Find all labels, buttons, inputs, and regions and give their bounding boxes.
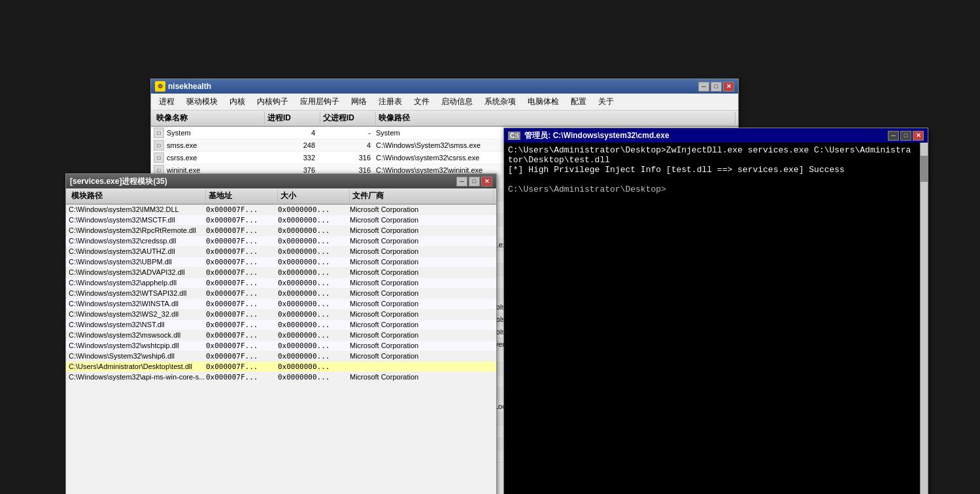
menu-checkup[interactable]: 电脑体检 bbox=[522, 95, 564, 109]
module-list[interactable]: C:\Windows\system32\IMM32.DLL 0x000007F.… bbox=[66, 205, 496, 494]
main-window-title: nisekhealth bbox=[168, 82, 211, 91]
menu-file[interactable]: 文件 bbox=[409, 95, 435, 109]
menu-registry[interactable]: 注册表 bbox=[373, 95, 407, 109]
menu-config[interactable]: 配置 bbox=[566, 95, 592, 109]
module-size: 0x0000000... bbox=[278, 373, 350, 381]
module-base: 0x000007F... bbox=[206, 310, 278, 319]
process-pid: 248 bbox=[265, 141, 320, 149]
col-header-name[interactable]: 映像名称 bbox=[154, 112, 265, 124]
module-vendor: Microsoft Corporation bbox=[350, 310, 494, 319]
module-path: C:\Windows\system32\ADVAPI32.dll bbox=[69, 268, 206, 277]
module-vendor: Microsoft Corporation bbox=[350, 342, 494, 350]
module-row[interactable]: C:\Windows\system32\api-ms-win-core-s...… bbox=[66, 372, 496, 383]
module-row[interactable]: C:\Windows\system32\WS2_32.dll 0x000007F… bbox=[66, 309, 496, 320]
module-path: C:\Windows\system32\credssp.dll bbox=[69, 237, 206, 245]
menu-kernel[interactable]: 内核 bbox=[224, 95, 250, 109]
module-base: 0x000007F... bbox=[206, 321, 278, 329]
col-header-pid[interactable]: 进程ID bbox=[265, 112, 320, 124]
module-path: C:\Windows\system32\MSCTF.dll bbox=[69, 216, 206, 224]
module-window-title: [services.exe]进程模块(35) bbox=[70, 176, 167, 187]
module-row[interactable]: C:\Windows\system32\apphelp.dll 0x000007… bbox=[66, 278, 496, 289]
menu-startup[interactable]: 启动信息 bbox=[436, 95, 478, 109]
menu-driver[interactable]: 驱动模块 bbox=[181, 95, 223, 109]
module-row[interactable]: C:\Windows\system32\credssp.dll 0x000007… bbox=[66, 236, 496, 247]
process-name: System bbox=[167, 129, 191, 137]
module-vendor bbox=[350, 362, 494, 371]
module-row[interactable]: C:\Windows\system32\WTSAPI32.dll 0x00000… bbox=[66, 289, 496, 299]
module-vendor: Microsoft Corporation bbox=[350, 216, 494, 224]
close-button[interactable]: ✕ bbox=[723, 82, 734, 92]
module-size: 0x0000000... bbox=[278, 237, 350, 245]
module-size: 0x0000000... bbox=[278, 289, 350, 298]
module-row[interactable]: C:\Users\Administrator\Desktop\test.dll … bbox=[66, 362, 496, 372]
module-vendor: Microsoft Corporation bbox=[350, 300, 494, 308]
process-name: csrss.exe bbox=[167, 154, 197, 162]
module-vendor: Microsoft Corporation bbox=[350, 247, 494, 256]
module-base: 0x000007F... bbox=[206, 362, 278, 371]
module-vendor: Microsoft Corporation bbox=[350, 279, 494, 287]
module-row[interactable]: C:\Windows\system32\AUTHZ.dll 0x000007F.… bbox=[66, 247, 496, 257]
module-row[interactable]: C:\Windows\system32\wshtcpip.dll 0x00000… bbox=[66, 341, 496, 351]
module-path: C:\Windows\system32\IMM32.DLL bbox=[69, 205, 206, 214]
cmd-close-button[interactable]: ✕ bbox=[913, 131, 924, 141]
cmd-minimize-button[interactable]: ─ bbox=[888, 131, 899, 141]
cmd-window-controls: ─ □ ✕ bbox=[888, 131, 924, 141]
module-row[interactable]: C:\Windows\system32\UBPM.dll 0x000007F..… bbox=[66, 257, 496, 268]
module-row[interactable]: C:\Windows\system32\RpcRtRemote.dll 0x00… bbox=[66, 226, 496, 236]
module-row[interactable]: C:\Windows\System32\wship6.dll 0x000007F… bbox=[66, 351, 496, 362]
module-maximize-button[interactable]: □ bbox=[469, 177, 480, 186]
process-name: smss.exe bbox=[167, 141, 197, 149]
module-row[interactable]: C:\Windows\system32\IMM32.DLL 0x000007F.… bbox=[66, 205, 496, 215]
module-row[interactable]: C:\Windows\system32\MSCTF.dll 0x000007F.… bbox=[66, 215, 496, 226]
module-path: C:\Windows\system32\RpcRtRemote.dll bbox=[69, 226, 206, 235]
process-ppid: 4 bbox=[320, 141, 376, 149]
cmd-icon: C:\ bbox=[508, 132, 520, 140]
module-vendor: Microsoft Corporation bbox=[350, 268, 494, 277]
module-row[interactable]: C:\Windows\system32\NST.dll 0x000007F...… bbox=[66, 320, 496, 330]
col-header-ppid[interactable]: 父进程ID bbox=[320, 112, 376, 124]
menu-network[interactable]: 网络 bbox=[346, 95, 372, 109]
cmd-window-title: 管理员: C:\Windows\system32\cmd.exe bbox=[524, 130, 669, 141]
module-base: 0x000007F... bbox=[206, 258, 278, 266]
menu-kernel-hook[interactable]: 内核钩子 bbox=[252, 95, 294, 109]
module-path: C:\Windows\system32\wshtcpip.dll bbox=[69, 342, 206, 350]
module-window: [services.exe]进程模块(35) ─ □ ✕ 模块路径 基地址 大小… bbox=[65, 173, 497, 494]
module-minimize-button[interactable]: ─ bbox=[456, 177, 467, 186]
menu-about[interactable]: 关于 bbox=[593, 95, 619, 109]
module-window-controls: ─ □ ✕ bbox=[456, 177, 492, 186]
process-icon: □ bbox=[154, 128, 164, 138]
module-row[interactable]: C:\Windows\system32\WINSTA.dll 0x000007F… bbox=[66, 299, 496, 309]
menu-process[interactable]: 进程 bbox=[154, 95, 180, 109]
menu-bar: 进程 驱动模块 内核 内核钩子 应用层钩子 网络 注册表 文件 启动信息 系统杂… bbox=[151, 94, 738, 111]
module-size: 0x0000000... bbox=[278, 342, 350, 350]
module-base: 0x000007F... bbox=[206, 268, 278, 277]
module-vendor: Microsoft Corporation bbox=[350, 373, 494, 381]
cmd-maximize-button[interactable]: □ bbox=[900, 131, 911, 141]
module-row[interactable]: C:\Windows\system32\ADVAPI32.dll 0x00000… bbox=[66, 268, 496, 278]
minimize-button[interactable]: ─ bbox=[698, 82, 709, 92]
module-base: 0x000007F... bbox=[206, 352, 278, 361]
menu-app-hook[interactable]: 应用层钩子 bbox=[295, 95, 345, 109]
cmd-output: C:\Users\Administrator\Desktop>ZwInjectD… bbox=[504, 143, 920, 494]
cmd-scrollbar-thumb[interactable] bbox=[921, 156, 928, 182]
cmd-titlebar[interactable]: C:\ 管理员: C:\Windows\system32\cmd.exe ─ □… bbox=[504, 128, 928, 143]
module-titlebar[interactable]: [services.exe]进程模块(35) ─ □ ✕ bbox=[66, 174, 496, 188]
menu-misc[interactable]: 系统杂项 bbox=[479, 95, 521, 109]
module-col-vendor[interactable]: 文件厂商 bbox=[350, 190, 494, 202]
main-titlebar[interactable]: ⚙ nisekhealth ─ □ ✕ bbox=[151, 79, 738, 94]
process-ppid: 316 bbox=[320, 154, 376, 162]
process-icon: □ bbox=[154, 152, 164, 163]
maximize-button[interactable]: □ bbox=[711, 82, 722, 92]
module-path: C:\Windows\system32\UBPM.dll bbox=[69, 258, 206, 266]
module-path: C:\Windows\system32\WS2_32.dll bbox=[69, 310, 206, 319]
module-base: 0x000007F... bbox=[206, 373, 278, 381]
module-base: 0x000007F... bbox=[206, 237, 278, 245]
cmd-scrollbar[interactable] bbox=[920, 143, 928, 494]
module-row[interactable]: C:\Windows\system32\mswsock.dll 0x000007… bbox=[66, 330, 496, 341]
module-col-path[interactable]: 模块路径 bbox=[69, 190, 206, 202]
module-base: 0x000007F... bbox=[206, 289, 278, 298]
col-header-path[interactable]: 映像路径 bbox=[376, 112, 735, 124]
module-col-size[interactable]: 大小 bbox=[278, 190, 350, 202]
module-col-base[interactable]: 基地址 bbox=[206, 190, 278, 202]
module-close-button[interactable]: ✕ bbox=[481, 177, 492, 186]
